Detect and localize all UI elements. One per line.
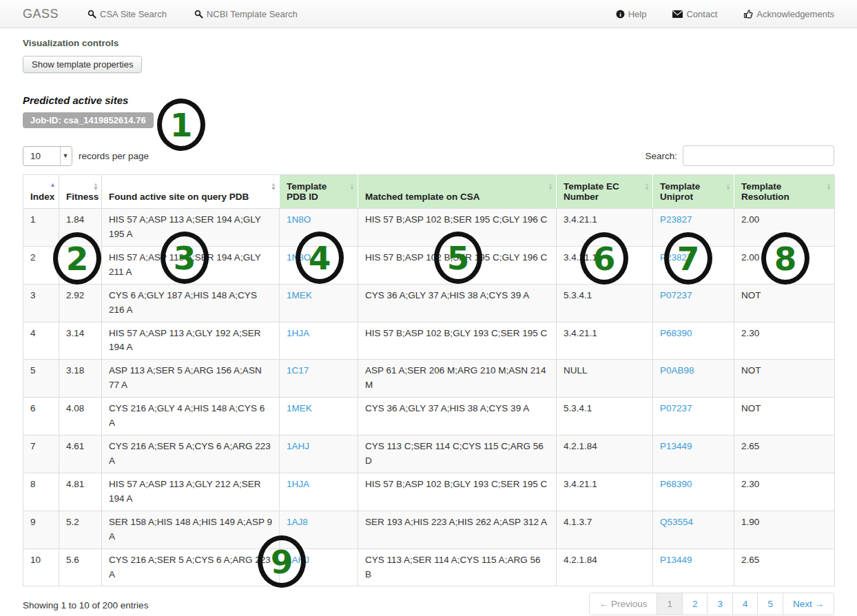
column-header-matched_template[interactable]: ▲▼Matched template on CSA — [358, 175, 557, 209]
pagination: ← Previous12345Next → — [589, 593, 834, 615]
cell-template_pdb_id: 1AHJ — [280, 435, 358, 473]
link-template_pdb_id[interactable]: 1N8O — [287, 214, 311, 225]
column-header-template_uniprot[interactable]: ▲▼Template Uniprot — [653, 175, 734, 209]
column-label: Template PDB ID — [287, 181, 327, 202]
cell-index: 7 — [23, 435, 59, 473]
pagination-page-5[interactable]: 5 — [757, 593, 783, 615]
cell-template_pdb_id: 1N8O — [280, 209, 358, 247]
cell-template_uniprot: P68390 — [653, 473, 734, 511]
link-template_pdb_id[interactable]: 1AJ8 — [287, 517, 308, 527]
link-template_pdb_id[interactable]: 1AHJ — [287, 555, 309, 565]
nav-item-help[interactable]: i Help — [616, 9, 647, 19]
cell-template_ec: 5.3.4.1 — [557, 398, 653, 435]
link-template_uniprot[interactable]: P07237 — [660, 403, 692, 413]
column-header-fitness[interactable]: ▲▼Fitness — [59, 175, 102, 209]
cell-template_uniprot: P68390 — [653, 322, 734, 360]
link-template_pdb_id[interactable]: 1HJA — [287, 479, 309, 489]
nav-item-ncbi-template-search[interactable]: NCBI Template Search — [194, 9, 298, 19]
main-content: Visualization controls Show template pro… — [0, 28, 857, 616]
cell-index: 3 — [23, 284, 59, 322]
table-header-row: ▲Index▲▼Fitness▲▼Found active site on qu… — [23, 175, 835, 209]
column-header-index[interactable]: ▲Index — [23, 175, 59, 209]
cell-template_pdb_id: 1MEK — [280, 398, 358, 435]
link-template_uniprot[interactable]: P68390 — [660, 479, 692, 489]
pagination-next[interactable]: Next → — [783, 593, 834, 615]
cell-fitness — [59, 246, 102, 284]
table-row: 105.6CYS 216 A;SER 5 A;CYS 6 A;ARG 223 A… — [23, 548, 835, 586]
records-per-page-select[interactable]: 10 ▼ — [23, 146, 72, 166]
cell-template_uniprot: P07237 — [653, 284, 734, 322]
cell-matched_template: SER 193 A;HIS 223 A;HIS 262 A;ASP 312 A — [358, 511, 557, 548]
search-icon — [87, 10, 96, 19]
pagination-page-4[interactable]: 4 — [732, 593, 758, 615]
link-template_uniprot[interactable]: P23827 — [660, 214, 692, 225]
link-template_uniprot[interactable]: P23827 — [660, 252, 692, 263]
cell-fitness: 3.14 — [59, 322, 102, 360]
link-template_pdb_id[interactable]: 1N8O — [287, 252, 311, 263]
records-per-page: 10 ▼ records per page — [23, 146, 149, 166]
cell-index: 2 — [23, 246, 59, 284]
link-template_pdb_id[interactable]: 1AHJ — [287, 441, 309, 451]
link-template_pdb_id[interactable]: 1MEK — [287, 403, 312, 413]
cell-index: 6 — [23, 398, 59, 435]
link-template_pdb_id[interactable]: 1HJA — [287, 328, 309, 338]
pagination-previous[interactable]: ← Previous — [589, 593, 658, 615]
cell-index: 8 — [23, 473, 59, 511]
sort-icon: ▲▼ — [93, 183, 99, 191]
cell-template_resolution: 2.30 — [734, 473, 835, 511]
cell-template_pdb_id: 1AHJ — [280, 548, 358, 586]
cell-matched_template: HIS 57 B;ASP 102 B;GLY 193 C;SER 195 C — [358, 322, 557, 360]
cell-template_resolution: 2.30 — [734, 322, 835, 360]
link-template_pdb_id[interactable]: 1MEK — [287, 290, 312, 300]
info-icon: i — [616, 10, 625, 19]
cell-fitness: 5.2 — [59, 511, 102, 548]
cell-template_pdb_id: 1AJ8 — [280, 511, 358, 548]
link-template_uniprot[interactable]: P13449 — [660, 441, 692, 451]
table-row: 43.14HIS 57 A;ASP 113 A;GLY 192 A;SER 19… — [23, 322, 835, 360]
cell-found_site: CYS 6 A;GLY 187 A;HIS 148 A;CYS 216 A — [102, 284, 280, 322]
search-input[interactable] — [683, 145, 834, 166]
link-template_pdb_id[interactable]: 1C17 — [287, 365, 309, 376]
nav-item-contact[interactable]: Contact — [672, 9, 717, 19]
predicted-active-sites-heading: Predicted active sites — [23, 94, 834, 106]
column-header-template_ec[interactable]: ▲▼Template EC Number — [557, 175, 653, 209]
pagination-page-3[interactable]: 3 — [707, 593, 733, 615]
cell-index: 4 — [23, 322, 59, 360]
cell-matched_template: ASP 61 A;SER 206 M;ARG 210 M;ASN 214 M — [358, 360, 557, 398]
column-label: Template Uniprot — [660, 181, 700, 202]
column-label: Template EC Number — [564, 181, 619, 202]
cell-fitness: 2.92 — [59, 284, 102, 322]
chevron-down-icon: ▼ — [60, 147, 70, 165]
link-template_uniprot[interactable]: P13449 — [660, 555, 692, 565]
column-header-template_resolution[interactable]: ▲▼Template Resolution — [734, 175, 835, 209]
column-header-found_site[interactable]: ▲▼Found active site on query PDB — [102, 175, 280, 209]
cell-template_pdb_id: 1N8O — [280, 246, 358, 284]
cell-found_site: HIS 57 A;ASP 113 A;GLY 212 A;SER 194 A — [102, 473, 280, 511]
table-controls: 10 ▼ records per page Search: — [23, 145, 834, 166]
cell-template_uniprot: P23827 — [653, 246, 734, 284]
column-header-template_pdb_id[interactable]: ▲▼Template PDB ID — [280, 175, 358, 209]
link-template_uniprot[interactable]: P0AB98 — [660, 365, 694, 376]
thumbs-up-icon — [743, 9, 753, 19]
show-template-properties-button[interactable]: Show template properties — [23, 56, 142, 73]
table-row: 64.08CYS 216 A;GLY 4 A;HIS 148 A;CYS 6 A… — [23, 398, 835, 435]
link-template_uniprot[interactable]: P68390 — [660, 328, 692, 338]
cell-fitness: 3.18 — [59, 360, 102, 398]
nav-item-csa-site-search[interactable]: CSA Site Search — [87, 9, 167, 19]
nav-item-acknowledgements[interactable]: Acknowledgements — [743, 9, 834, 19]
search-label: Search: — [645, 151, 677, 161]
cell-fitness: 5.6 — [59, 548, 102, 586]
column-label: Found active site on query PDB — [109, 192, 249, 202]
pagination-page-2[interactable]: 2 — [682, 593, 708, 615]
cell-template_ec: 4.2.1.84 — [557, 548, 653, 586]
column-label: Index — [30, 192, 54, 202]
link-template_uniprot[interactable]: P07237 — [660, 290, 692, 300]
cell-template_resolution: NOT — [734, 284, 835, 322]
cell-found_site: HIS 57 A;ASP 113 A;SER 194 A;GLY 195 A — [102, 209, 280, 247]
navbar: GASS CSA Site Search NCBI Template Searc… — [0, 0, 857, 28]
link-template_uniprot[interactable]: Q53554 — [660, 517, 693, 527]
envelope-icon — [672, 10, 683, 18]
pagination-page-1[interactable]: 1 — [657, 593, 683, 615]
cell-template_resolution: 2.65 — [734, 548, 835, 586]
sort-icon: ▲▼ — [644, 183, 650, 191]
